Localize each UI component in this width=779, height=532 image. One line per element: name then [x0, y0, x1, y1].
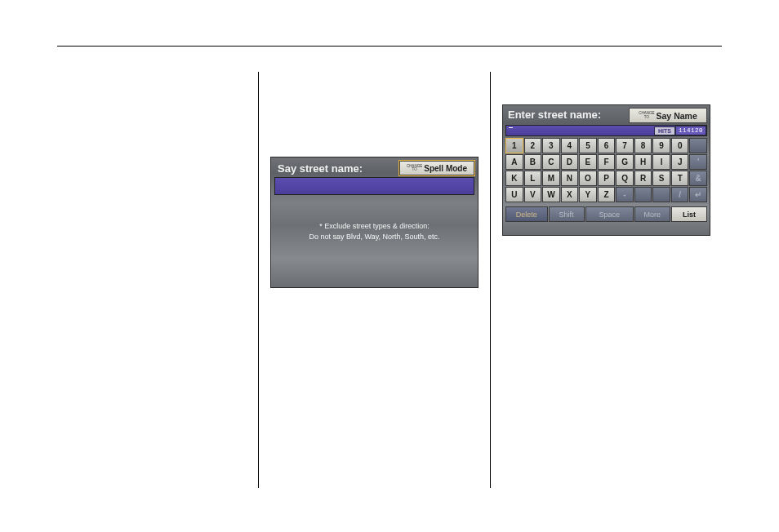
key-t[interactable]: T — [671, 171, 689, 186]
key-7[interactable]: 7 — [616, 138, 634, 153]
key-enter[interactable]: ↵ — [689, 187, 707, 202]
key-slash[interactable]: / — [671, 187, 689, 202]
key-3[interactable]: 3 — [542, 138, 560, 153]
key-5[interactable]: 5 — [579, 138, 597, 153]
key-m[interactable]: M — [542, 171, 560, 186]
more-button[interactable]: More — [634, 206, 670, 222]
change-to-label: CHANGE TO — [639, 112, 654, 119]
note-line-2: Do not say Blvd, Way, North, South, etc. — [271, 232, 478, 242]
enter-street-name-screen: Enter street name: CHANGE TO Say Name HI… — [502, 104, 710, 236]
key-0[interactable]: 0 — [671, 138, 689, 153]
horizontal-rule — [57, 46, 722, 47]
key-h[interactable]: H — [634, 154, 652, 170]
key-apostrophe[interactable]: ' — [689, 154, 707, 170]
key-blank — [634, 187, 652, 202]
key-c[interactable]: C — [542, 154, 560, 170]
note-line-1: * Exclude street types & direction: — [271, 221, 478, 232]
key-g[interactable]: G — [616, 154, 634, 170]
hits-counter: HITS 114120 — [654, 126, 706, 135]
key-d[interactable]: D — [561, 154, 579, 170]
key-i[interactable]: I — [652, 154, 670, 170]
hits-value: 114120 — [675, 126, 706, 135]
key-l[interactable]: L — [524, 171, 542, 186]
key-2[interactable]: 2 — [524, 138, 542, 153]
hits-label: HITS — [654, 126, 675, 135]
key-j[interactable]: J — [671, 154, 689, 170]
column-right: Enter street name: CHANGE TO Say Name HI… — [491, 72, 722, 488]
key-q[interactable]: Q — [616, 171, 634, 186]
keyboard-bottom-row: Delete Shift Space More List — [505, 206, 707, 222]
key-y[interactable]: Y — [579, 187, 597, 202]
enter-street-title: Enter street name: — [508, 109, 601, 121]
key-u[interactable]: U — [505, 187, 523, 202]
key-z[interactable]: Z — [598, 187, 616, 202]
key-f[interactable]: F — [598, 154, 616, 170]
text-cursor — [509, 127, 513, 128]
key-6[interactable]: 6 — [598, 138, 616, 153]
voice-input-bar — [274, 177, 474, 195]
key-x[interactable]: X — [561, 187, 579, 202]
key-s[interactable]: S — [652, 171, 670, 186]
onscreen-keyboard: 1 2 3 4 5 6 7 8 9 0 A B C D E F G H I — [505, 138, 707, 202]
key-e[interactable]: E — [579, 154, 597, 170]
change-to-say-name-button[interactable]: CHANGE TO Say Name — [629, 108, 707, 123]
key-hyphen[interactable]: - — [616, 187, 634, 202]
key-blank — [689, 138, 707, 153]
list-button[interactable]: List — [671, 206, 707, 222]
say-street-title: Say street name: — [278, 162, 363, 175]
page-columns: Say street name: CHANGE TO Spell Mode * … — [57, 72, 722, 488]
space-button[interactable]: Space — [585, 206, 634, 222]
key-8[interactable]: 8 — [634, 138, 652, 153]
change-text-bot: TO — [639, 116, 654, 120]
key-b[interactable]: B — [524, 154, 542, 170]
key-1[interactable]: 1 — [505, 138, 523, 153]
say-street-name-screen: Say street name: CHANGE TO Spell Mode * … — [270, 157, 479, 288]
column-middle: Say street name: CHANGE TO Spell Mode * … — [259, 72, 490, 488]
key-p[interactable]: P — [598, 171, 616, 186]
change-to-label: CHANGE TO — [407, 165, 422, 172]
spell-mode-label: Spell Mode — [424, 164, 467, 173]
delete-button[interactable]: Delete — [505, 206, 548, 222]
key-n[interactable]: N — [561, 171, 579, 186]
column-left — [57, 72, 258, 488]
key-r[interactable]: R — [634, 171, 652, 186]
key-v[interactable]: V — [524, 187, 542, 202]
key-4[interactable]: 4 — [561, 138, 579, 153]
key-blank — [652, 187, 670, 202]
key-w[interactable]: W — [542, 187, 560, 202]
change-text-bot: TO — [407, 168, 422, 172]
shift-button[interactable]: Shift — [549, 206, 585, 222]
exclusion-note: * Exclude street types & direction: Do n… — [271, 221, 478, 242]
change-to-spell-mode-button[interactable]: CHANGE TO Spell Mode — [399, 161, 474, 175]
say-name-label: Say Name — [657, 111, 697, 121]
key-9[interactable]: 9 — [652, 138, 670, 153]
key-ampersand[interactable]: & — [689, 171, 707, 186]
key-o[interactable]: O — [579, 171, 597, 186]
key-k[interactable]: K — [505, 171, 523, 186]
key-a[interactable]: A — [505, 154, 523, 170]
